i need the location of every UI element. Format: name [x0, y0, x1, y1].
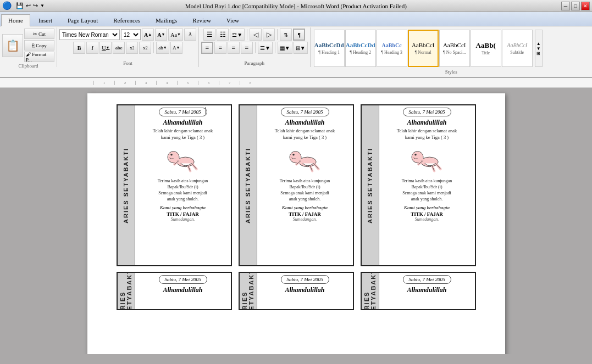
invitation-card: ARIES SETYABAKTISabtu, 7 Mei 2005Alhamdu…	[361, 104, 476, 266]
card-body: Sabtu, 7 Mei 2005Alhamdulillah	[135, 273, 231, 309]
ruler-mark-8: 8	[240, 81, 261, 85]
style-title[interactable]: AaBb( Title	[471, 30, 501, 67]
card-title: Alhamdulillah	[407, 286, 446, 294]
invitation-card: ARIES SETYABAKTISabtu, 7 Mei 2005Alhamdu…	[117, 104, 232, 266]
line-spacing-button[interactable]: ☰▼	[258, 42, 273, 54]
style-no-spacing[interactable]: AaBbCcI ¶ No Spaci...	[439, 30, 470, 67]
align-left-button[interactable]: ≡	[201, 42, 213, 54]
tab-insert[interactable]: Insert	[31, 14, 59, 26]
strikethrough-button[interactable]: abc	[113, 42, 125, 54]
style-heading1[interactable]: AaBbCcDd ¶ Heading 1	[314, 30, 345, 67]
save-quick-btn[interactable]: 💾	[16, 2, 24, 9]
no-spacing-preview: AaBbCcI	[443, 42, 466, 49]
sort-button[interactable]: ⇅	[280, 29, 292, 41]
multilevel-button[interactable]: ☲▼	[230, 29, 245, 41]
justify-button[interactable]: ≡	[241, 42, 253, 54]
heading3-label: ¶ Heading 3	[381, 50, 402, 55]
bold-button[interactable]: B	[73, 42, 85, 54]
format-painter-button[interactable]: 🖌 Format P...	[24, 52, 54, 62]
decrease-indent-button[interactable]: ◁	[250, 29, 262, 41]
shrink-font-button[interactable]: A▼	[155, 29, 167, 41]
card-stripe: ARIES SETYABAKTI	[362, 273, 379, 309]
para-sep1	[247, 29, 247, 40]
style-normal[interactable]: AaBbCcI ¶ Normal	[408, 30, 439, 67]
card-date: Sabtu, 7 Mei 2005	[403, 275, 451, 284]
undo-quick-btn[interactable]: ↩	[26, 2, 31, 9]
redo-quick-btn[interactable]: ↪	[33, 2, 38, 9]
tab-review[interactable]: Review	[185, 14, 218, 26]
card-baby-image	[286, 144, 324, 175]
normal-preview: AaBbCcI	[412, 42, 435, 49]
font-name-select[interactable]: Times New Roman	[59, 29, 120, 40]
customize-quick-btn[interactable]: ▼	[40, 3, 45, 8]
card-signature: Kami yang berbahagia	[404, 205, 450, 210]
ruler-mark-7: 7	[219, 81, 240, 85]
grow-font-button[interactable]: A▲	[142, 29, 154, 41]
card-signature: Kami yang berbahagia	[160, 205, 206, 210]
clear-formatting-button[interactable]: Ã	[184, 29, 196, 41]
svg-line-26	[435, 163, 440, 169]
text-highlight-button[interactable]: ab▼	[156, 42, 169, 54]
tab-view[interactable]: View	[219, 14, 246, 26]
align-right-button[interactable]: ≡	[228, 42, 240, 54]
card-date: Sabtu, 7 Mei 2005	[281, 275, 329, 284]
card-institution: TITK / FAJAR	[289, 211, 320, 217]
font-color-button[interactable]: A▼	[170, 42, 182, 54]
tab-mailings[interactable]: Mailings	[148, 14, 184, 26]
card-side-text: ARIES SETYABAKTI	[245, 148, 251, 223]
copy-button[interactable]: ⎘ Copy	[24, 40, 54, 51]
card-side-text: ARIES SETYABAKTI	[363, 272, 377, 310]
ruler-mark-4: 4	[156, 81, 177, 85]
change-case-button[interactable]: Aa▼	[168, 29, 183, 41]
restore-button[interactable]: □	[571, 2, 580, 10]
italic-button[interactable]: I	[86, 42, 98, 54]
tab-home[interactable]: Home	[1, 14, 30, 26]
styles-scroll[interactable]: ▲ ▼ ⊞	[535, 30, 543, 67]
cut-button[interactable]: ✂ Cut	[24, 29, 54, 39]
tab-references[interactable]: References	[106, 14, 147, 26]
card-stripe: ARIES SETYABAKTI	[240, 273, 257, 309]
superscript-button[interactable]: x2	[139, 42, 151, 54]
svg-line-29	[421, 159, 423, 160]
quick-access-toolbar: 🔵 💾 ↩ ↪ ▼	[2, 1, 45, 10]
ruler: 1 2 3 4 5 6 7 8	[0, 78, 592, 88]
style-heading3[interactable]: AaBbCc ¶ Heading 3	[377, 30, 407, 67]
underline-button[interactable]: U▼	[99, 42, 112, 54]
align-center-button[interactable]: ≡	[214, 42, 226, 54]
bullets-button[interactable]: ☰	[203, 29, 215, 41]
document-page[interactable]: ARIES SETYABAKTISabtu, 7 Mei 2005Alhamdu…	[87, 93, 505, 354]
card-title: Alhamdulillah	[285, 286, 324, 294]
numbering-button[interactable]: ☷	[217, 29, 229, 41]
ruler-mark-2: 2	[114, 81, 135, 85]
borders-button[interactable]: ⊞▼	[294, 42, 308, 54]
show-formatting-button[interactable]: ¶	[293, 29, 305, 41]
tab-page-layout[interactable]: Page Layout	[60, 14, 105, 26]
ruler-mark-1: 1	[93, 81, 114, 85]
increase-indent-button[interactable]: ▷	[263, 29, 275, 41]
card-date: Sabtu, 7 Mei 2005	[159, 108, 207, 116]
paste-button[interactable]: 📋	[2, 34, 23, 57]
card-body: Sabtu, 7 Mei 2005Alhamdulillah	[257, 273, 353, 309]
close-button[interactable]: ✕	[581, 2, 590, 10]
heading1-label: ¶ Heading 1	[318, 50, 340, 55]
styles-group-label: Styles	[313, 69, 590, 75]
minimize-button[interactable]: ─	[561, 2, 570, 10]
window-title: Model Und Bayi 1.doc [Compatibility Mode…	[185, 3, 407, 9]
font-size-select[interactable]: 12	[121, 29, 141, 40]
card-thanks: Terima kasih atas kunjunganBapak/Ibu/Sdr…	[402, 178, 452, 203]
subscript-button[interactable]: x2	[126, 42, 138, 54]
style-heading2[interactable]: AaBbCcDd ¶ Heading 2	[345, 30, 376, 67]
style-subtitle[interactable]: AaBbCcI Subtitle	[502, 30, 533, 67]
card-institution: TITK / FAJAR	[411, 211, 442, 217]
card-subtitle: Telah lahir dengan selamat anakkami yang…	[397, 128, 457, 141]
svg-point-21	[414, 154, 417, 156]
office-button[interactable]: 🔵	[2, 1, 12, 10]
svg-point-1	[170, 154, 173, 156]
shading-button[interactable]: ▦▼	[278, 42, 292, 54]
svg-point-11	[292, 154, 295, 156]
heading1-preview: AaBbCcDd	[314, 42, 344, 49]
invitation-card: ARIES SETYABAKTISabtu, 7 Mei 2005Alhamdu…	[117, 272, 232, 310]
cards-row-1: ARIES SETYABAKTISabtu, 7 Mei 2005Alhamdu…	[96, 104, 497, 266]
cards-row-2: ARIES SETYABAKTISabtu, 7 Mei 2005Alhamdu…	[96, 272, 497, 310]
card-thanks: Terima kasih atas kunjunganBapak/Ibu/Sdr…	[280, 178, 330, 203]
